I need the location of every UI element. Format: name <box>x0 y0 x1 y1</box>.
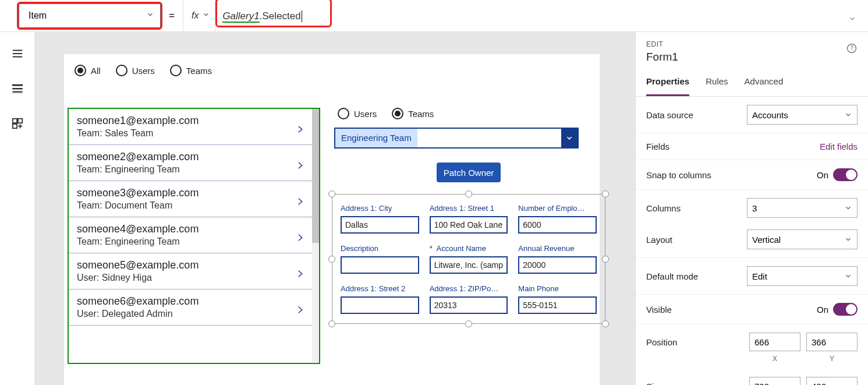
dropdown-value: 3 <box>752 203 757 213</box>
formula-token-control: Gallery1 <box>222 10 259 23</box>
gallery-item-subtitle: User: Sidney Higa <box>77 273 289 283</box>
field-input[interactable] <box>341 216 419 234</box>
scrollbar-thumb[interactable] <box>312 109 319 243</box>
resize-handle[interactable] <box>328 256 335 263</box>
chevron-down-icon <box>844 235 852 243</box>
properties-header: EDIT Form1 ? <box>636 32 868 68</box>
resize-handle[interactable] <box>602 256 609 263</box>
field-input[interactable] <box>518 296 597 314</box>
gallery-item[interactable]: someone4@example.comTeam: Engineering Te… <box>69 217 312 253</box>
prop-label: Layout <box>646 235 672 245</box>
equals-sign: = <box>161 0 183 31</box>
visible-toggle[interactable]: On <box>817 303 858 316</box>
gallery-item[interactable]: someone1@example.comTeam: Sales Team <box>69 109 312 145</box>
gallery-item[interactable]: someone6@example.comUser: Delegated Admi… <box>69 289 312 326</box>
gallery-item[interactable]: someone2@example.comTeam: Engineering Te… <box>69 145 312 181</box>
radio-label: All <box>91 66 101 76</box>
layout-dropdown[interactable]: Vertical <box>747 229 858 249</box>
insert-icon[interactable] <box>11 117 24 132</box>
toggle-switch-icon <box>833 168 858 181</box>
screen-canvas[interactable]: All Users Teams someone1@example.comTeam… <box>64 54 600 385</box>
columns-dropdown[interactable]: 3 <box>747 198 858 218</box>
field-input[interactable] <box>518 256 597 274</box>
dropdown-value: Edit <box>752 271 767 281</box>
field-input[interactable] <box>430 256 508 274</box>
prop-label: Visible <box>646 305 672 315</box>
size-width-input[interactable] <box>749 377 800 385</box>
field-input[interactable] <box>341 296 419 314</box>
field-label: Address 1: Street 2 <box>341 284 419 293</box>
team-combobox[interactable]: Engineering Team <box>334 128 579 149</box>
prop-label: Data source <box>646 110 693 120</box>
gallery-item-subtitle: Team: Document Team <box>77 200 289 211</box>
resize-handle[interactable] <box>328 190 335 197</box>
chevron-down-icon <box>561 129 578 147</box>
tree-view-icon[interactable] <box>11 82 24 97</box>
formula-token-prop: .Selected <box>260 10 301 22</box>
gallery-item-title: someone1@example.com <box>77 115 289 127</box>
field-label: Description <box>341 244 419 253</box>
tab-properties[interactable]: Properties <box>646 68 689 96</box>
radio-label: Users <box>132 66 155 76</box>
chevron-right-icon <box>295 266 305 284</box>
field-input[interactable] <box>430 216 508 234</box>
fx-button[interactable]: fx <box>183 0 215 31</box>
resize-handle[interactable] <box>602 320 609 327</box>
radio-teams[interactable]: Teams <box>392 108 434 119</box>
formula-input[interactable]: Gallery1.Selected <box>215 0 868 31</box>
gallery-item[interactable]: someone5@example.comUser: Sidney Higa <box>69 253 312 289</box>
chevron-right-icon <box>295 158 305 175</box>
hamburger-icon[interactable] <box>11 47 24 62</box>
form-field: Address 1: City <box>341 204 419 234</box>
tab-advanced[interactable]: Advanced <box>745 68 784 96</box>
position-x-input[interactable] <box>749 333 800 351</box>
field-input[interactable] <box>430 296 508 314</box>
scrollbar[interactable] <box>312 109 319 363</box>
form-control-selected[interactable]: Address 1: CityAddress 1: Street 1Number… <box>332 194 605 324</box>
prop-label: Snap to columns <box>646 170 711 180</box>
chevron-down-icon <box>146 10 154 21</box>
gallery-item-subtitle: User: Delegated Admin <box>77 309 289 319</box>
edit-fields-link[interactable]: Edit fields <box>820 142 858 151</box>
default-mode-dropdown[interactable]: Edit <box>747 266 858 286</box>
prop-label: Fields <box>646 142 669 151</box>
field-input[interactable] <box>341 256 419 274</box>
row-position: Position <box>636 324 868 355</box>
gallery-item-title: someone5@example.com <box>77 259 289 271</box>
position-y-input[interactable] <box>806 333 858 351</box>
radio-all[interactable]: All <box>75 65 101 76</box>
resize-handle[interactable] <box>465 190 472 197</box>
resize-handle[interactable] <box>602 190 609 197</box>
help-icon[interactable]: ? <box>846 43 858 56</box>
form-field: Address 1: ZIP/Po… <box>430 284 508 314</box>
gallery-item-title: someone4@example.com <box>77 223 289 235</box>
formula-text: Gallery1.Selected <box>222 10 302 22</box>
size-height-input[interactable] <box>806 377 858 385</box>
chevron-right-icon <box>295 194 305 211</box>
chevron-down-icon[interactable] <box>848 15 856 25</box>
sublabel-x: X <box>749 355 800 363</box>
gallery-control[interactable]: someone1@example.comTeam: Sales Teamsome… <box>68 108 320 364</box>
patch-owner-button[interactable]: Patch Owner <box>437 163 501 182</box>
property-selector[interactable]: Item <box>19 3 161 28</box>
tab-rules[interactable]: Rules <box>706 68 728 96</box>
data-source-dropdown[interactable]: Accounts <box>747 105 858 125</box>
prop-label: Size <box>646 382 663 386</box>
radio-users[interactable]: Users <box>116 65 155 76</box>
chevron-down-icon <box>844 111 852 119</box>
resize-handle[interactable] <box>328 320 335 327</box>
radio-users[interactable]: Users <box>338 108 377 119</box>
radio-circle-icon <box>338 108 349 119</box>
radio-teams[interactable]: Teams <box>170 65 212 76</box>
form-field: Description <box>341 244 419 274</box>
field-input[interactable] <box>518 216 597 234</box>
svg-rect-2 <box>12 92 22 94</box>
gallery-item-title: someone6@example.com <box>77 295 289 308</box>
gallery-item[interactable]: someone3@example.comTeam: Document Team <box>69 181 312 217</box>
form-fields-grid: Address 1: CityAddress 1: Street 1Number… <box>341 204 597 314</box>
toggle-label: On <box>817 170 828 180</box>
gallery-item-title: someone3@example.com <box>77 187 289 199</box>
form-field: * Account Name <box>430 244 508 274</box>
resize-handle[interactable] <box>465 320 472 327</box>
snap-toggle[interactable]: On <box>817 168 858 181</box>
